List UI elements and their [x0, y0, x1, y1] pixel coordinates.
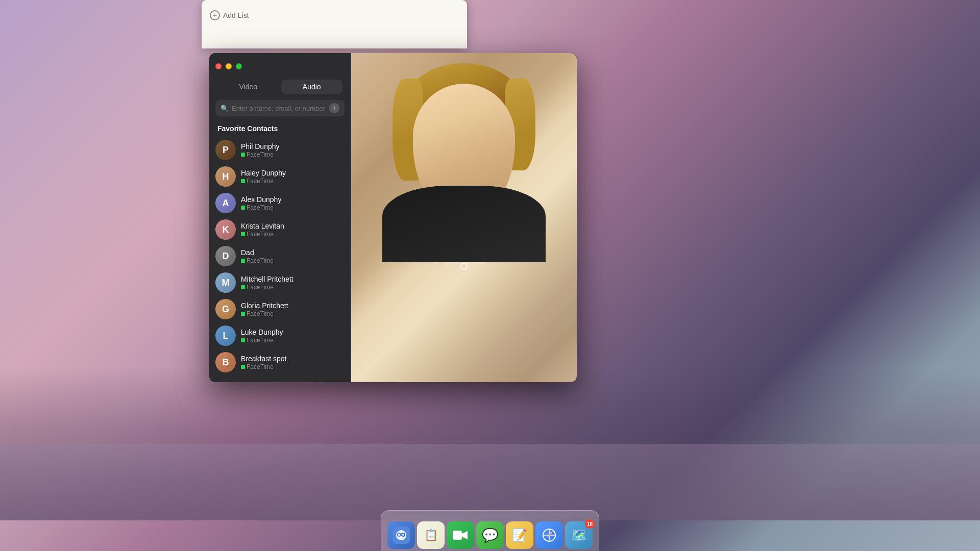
- svg-text:i: i: [340, 227, 341, 233]
- info-button-phil[interactable]: i: [336, 146, 345, 154]
- add-contact-button[interactable]: +: [329, 103, 339, 113]
- svg-text:i: i: [340, 280, 341, 286]
- facetime-status-dot: [241, 338, 245, 342]
- contact-row-gloria[interactable]: G Gloria Pritchett FaceTime: [209, 296, 351, 322]
- dock-item-notes[interactable]: 📋: [417, 521, 445, 549]
- avatar-alex: A: [215, 193, 236, 213]
- svg-text:i: i: [340, 147, 341, 153]
- video-call-button-krista[interactable]: [324, 226, 333, 233]
- close-button[interactable]: [215, 63, 222, 69]
- add-list-row[interactable]: + Add List: [210, 6, 459, 24]
- dock-item-maps[interactable]: 🗺️ 18: [565, 521, 593, 549]
- contact-sub-phil: FaceTime: [241, 151, 319, 158]
- svg-text:i: i: [340, 254, 341, 259]
- contact-name-alex: Alex Dunphy: [241, 195, 319, 204]
- contact-row-phil[interactable]: P Phil Dunphy FaceTime: [209, 137, 351, 163]
- facetime-window: Video Audio 🔍 + Favorite Contacts P Phil…: [209, 53, 577, 382]
- contact-name-breakfast: Breakfast spot: [241, 355, 319, 363]
- tab-video[interactable]: Video: [217, 80, 279, 94]
- tab-audio[interactable]: Audio: [281, 80, 343, 94]
- minimize-button[interactable]: [226, 63, 232, 69]
- svg-text:i: i: [340, 201, 341, 206]
- svg-text:i: i: [340, 360, 341, 365]
- svg-text:i: i: [340, 174, 341, 180]
- info-button-dad[interactable]: i: [336, 252, 345, 260]
- facetime-status-dot: [241, 312, 245, 316]
- contact-row-dad[interactable]: D Dad FaceTime: [209, 243, 351, 269]
- contact-row-breakfast[interactable]: B Breakfast spot FaceTime: [209, 349, 351, 375]
- info-button-luke[interactable]: i: [336, 332, 345, 340]
- contact-sub-alex: FaceTime: [241, 204, 319, 211]
- video-call-button-phil[interactable]: [324, 146, 333, 154]
- info-button-haley[interactable]: i: [336, 172, 345, 181]
- person-face: [393, 63, 535, 247]
- svg-point-32: [402, 534, 404, 536]
- contacts-list: P Phil Dunphy FaceTime: [209, 137, 351, 382]
- contact-sub-gloria: FaceTime: [241, 310, 319, 317]
- svg-text:i: i: [340, 333, 341, 339]
- notes-window: + Add List: [202, 0, 467, 48]
- video-person: [351, 53, 577, 382]
- avatar-breakfast: B: [215, 352, 236, 372]
- info-button-krista[interactable]: i: [336, 226, 345, 234]
- dock-item-stickies[interactable]: 📝: [506, 521, 533, 549]
- contact-sub-dad: FaceTime: [241, 257, 319, 264]
- svg-rect-0: [324, 147, 330, 153]
- video-call-button-breakfast[interactable]: [324, 359, 333, 366]
- svg-rect-24: [324, 360, 330, 365]
- video-call-button-alex[interactable]: [324, 199, 333, 207]
- avatar-krista: K: [215, 219, 236, 240]
- dock-item-messages[interactable]: 💬: [476, 521, 504, 549]
- svg-point-31: [398, 534, 400, 536]
- contact-row-mitchell[interactable]: M Mitchell Pritchett FaceTime: [209, 269, 351, 296]
- contact-sub-luke: FaceTime: [241, 337, 319, 344]
- facetime-left-panel: Video Audio 🔍 + Favorite Contacts P Phil…: [209, 53, 351, 382]
- contact-name-phil: Phil Dunphy: [241, 142, 319, 151]
- search-bar: 🔍 +: [215, 100, 345, 116]
- avatar-haley: H: [215, 166, 236, 187]
- info-button-breakfast[interactable]: i: [336, 358, 345, 366]
- svg-rect-3: [324, 174, 330, 179]
- avatar-dad: D: [215, 246, 236, 266]
- contact-sub-haley: FaceTime: [241, 178, 319, 185]
- facetime-tabs: Video Audio: [209, 80, 351, 100]
- contact-name-krista: Krista Levitan: [241, 222, 319, 230]
- maximize-button[interactable]: [236, 63, 242, 69]
- avatar-phil: P: [215, 140, 236, 160]
- video-call-button-mitchell[interactable]: [324, 279, 333, 286]
- dock-item-safari[interactable]: [535, 521, 563, 549]
- info-button-gloria[interactable]: i: [336, 305, 345, 313]
- info-button-alex[interactable]: i: [336, 199, 345, 207]
- search-input[interactable]: [232, 105, 326, 112]
- svg-rect-18: [324, 307, 330, 312]
- contact-row-krista[interactable]: K Krista Levitan FaceTime: [209, 216, 351, 243]
- add-list-icon: +: [210, 10, 220, 20]
- contact-name-haley: Haley Dunphy: [241, 169, 319, 177]
- video-call-button-haley[interactable]: [324, 173, 333, 180]
- video-call-button-gloria[interactable]: [324, 306, 333, 313]
- section-header: Favorite Contacts: [209, 122, 351, 137]
- dock: 📋 💬 📝 🗺️ 18: [381, 510, 599, 551]
- video-call-button-dad[interactable]: [324, 253, 333, 260]
- svg-rect-33: [453, 531, 462, 540]
- svg-text:i: i: [340, 307, 341, 312]
- facetime-status-dot: [241, 285, 245, 289]
- contact-name-dad: Dad: [241, 248, 319, 257]
- dock-item-finder[interactable]: [387, 521, 415, 549]
- dock-item-facetime[interactable]: [447, 521, 474, 549]
- contact-row-alex[interactable]: A Alex Dunphy FaceTime: [209, 190, 351, 216]
- video-call-button-luke[interactable]: [324, 332, 333, 339]
- facetime-status-dot: [241, 365, 245, 369]
- info-button-mitchell[interactable]: i: [336, 279, 345, 287]
- add-list-label: Add List: [223, 11, 249, 19]
- contact-name-gloria: Gloria Pritchett: [241, 302, 319, 310]
- contact-row-haley[interactable]: H Haley Dunphy FaceTime: [209, 163, 351, 190]
- facetime-video-panel: [351, 53, 577, 382]
- contact-row-luke[interactable]: L Luke Dunphy FaceTime: [209, 322, 351, 349]
- facetime-status-dot: [241, 153, 245, 157]
- shoulders: [382, 186, 546, 262]
- avatar-gloria: G: [215, 299, 236, 319]
- search-icon: 🔍: [220, 105, 229, 112]
- contact-sub-mitchell: FaceTime: [241, 284, 319, 291]
- contact-sub-breakfast: FaceTime: [241, 363, 319, 370]
